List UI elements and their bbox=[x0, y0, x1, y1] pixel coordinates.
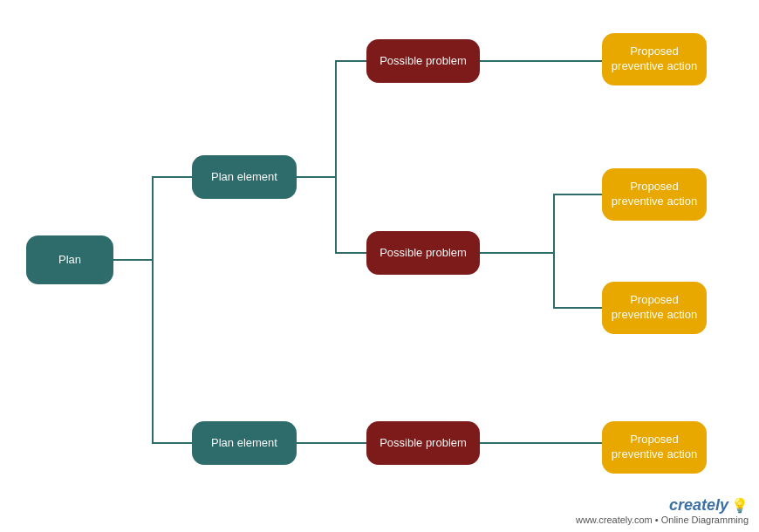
brand-logo: creately bbox=[669, 496, 728, 515]
possible-problem-2-node[interactable]: Possible problem bbox=[366, 231, 480, 275]
possible-problem-1-label: Possible problem bbox=[380, 54, 467, 69]
possible-problem-3-label: Possible problem bbox=[380, 436, 467, 451]
preventive-4-label: Proposed preventive action bbox=[611, 433, 698, 462]
brand-name: creately bbox=[669, 496, 728, 514]
plan-node[interactable]: Plan bbox=[26, 235, 113, 284]
footer: creately 💡 www.creately.com • Online Dia… bbox=[576, 496, 749, 525]
possible-problem-3-node[interactable]: Possible problem bbox=[366, 421, 480, 465]
diagram-container: Plan Plan element Plan element Possible … bbox=[0, 0, 759, 532]
preventive-1-label: Proposed preventive action bbox=[611, 44, 698, 74]
preventive-2-label: Proposed preventive action bbox=[611, 180, 698, 209]
plan-element-2-node[interactable]: Plan element bbox=[192, 421, 297, 465]
preventive-3-node[interactable]: Proposed preventive action bbox=[602, 282, 707, 334]
footer-tagline: www.creately.com • Online Diagramming bbox=[576, 515, 749, 525]
bulb-icon: 💡 bbox=[731, 497, 749, 514]
preventive-2-node[interactable]: Proposed preventive action bbox=[602, 168, 707, 221]
preventive-1-node[interactable]: Proposed preventive action bbox=[602, 33, 707, 85]
plan-element-2-label: Plan element bbox=[211, 436, 277, 451]
possible-problem-1-node[interactable]: Possible problem bbox=[366, 39, 480, 83]
possible-problem-2-label: Possible problem bbox=[380, 246, 467, 261]
plan-element-1-node[interactable]: Plan element bbox=[192, 155, 297, 199]
plan-element-1-label: Plan element bbox=[211, 170, 277, 185]
preventive-3-label: Proposed preventive action bbox=[611, 293, 698, 323]
preventive-4-node[interactable]: Proposed preventive action bbox=[602, 421, 707, 474]
plan-label: Plan bbox=[58, 253, 81, 268]
